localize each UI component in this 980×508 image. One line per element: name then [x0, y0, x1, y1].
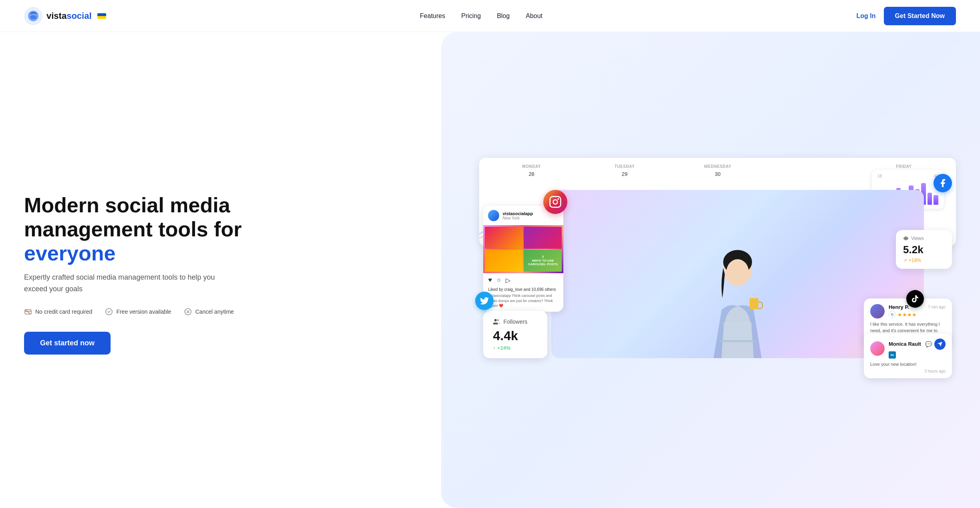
no-card-icon	[24, 308, 32, 316]
svg-point-13	[558, 198, 559, 200]
review-card-monica: Monica Rault 💬	[864, 334, 952, 379]
svg-rect-6	[724, 322, 752, 340]
send-icon	[937, 341, 943, 347]
badge-no-card: No credit card required	[24, 308, 92, 316]
views-count: 5.2k	[903, 244, 945, 256]
person-illustration	[690, 246, 786, 358]
svg-rect-7	[720, 340, 756, 342]
insta-avatar	[488, 210, 499, 221]
followers-change: ↑ +24%	[493, 345, 538, 351]
hero-highlight: everyone	[24, 242, 115, 265]
badge-free: Free version available	[105, 308, 171, 316]
hero-badges: No credit card required Free version ava…	[24, 308, 471, 316]
svg-point-12	[553, 200, 558, 204]
insta-like-icon: ♥	[488, 276, 492, 284]
insta-share-icon: ▷	[506, 276, 510, 284]
header-cta-button[interactable]: Get Started Now	[884, 7, 956, 25]
linkedin-badge: in	[889, 351, 896, 359]
review-stars: ★★★★	[897, 312, 917, 318]
main-nav: Features Pricing Blog About	[420, 12, 542, 20]
review-avatar-monica	[870, 341, 885, 356]
insta-image: 3WAYS TO USECAROUSEL POSTS	[483, 225, 563, 273]
nav-about[interactable]: About	[526, 12, 542, 20]
header-actions: Log In Get Started Now	[857, 7, 956, 25]
chat-icon: 💬	[925, 341, 932, 347]
views-card: Views 5.2k ↗ +18%	[896, 230, 952, 269]
logo-icon	[24, 7, 42, 25]
tiktok-bubble	[906, 290, 924, 308]
eye-icon	[903, 236, 909, 241]
svg-point-1	[30, 15, 36, 19]
nav-pricing[interactable]: Pricing	[461, 12, 481, 20]
followers-count: 4.4k	[493, 329, 538, 343]
review-time-monica: 3 hours ago	[870, 369, 946, 373]
cancel-icon	[184, 308, 192, 316]
hero-left: Modern social media management tools for…	[24, 194, 471, 355]
free-icon	[105, 308, 113, 316]
login-button[interactable]: Log In	[857, 12, 876, 20]
followers-card: Followers 4.4k ↑ +24%	[483, 311, 547, 358]
svg-rect-10	[750, 298, 758, 309]
facebook-bubble	[934, 174, 952, 192]
hero-cta-button[interactable]: Get started now	[24, 332, 111, 355]
svg-point-15	[905, 238, 907, 239]
header: vistasocial Features Pricing Blog About …	[0, 0, 980, 32]
insta-caption: vistasocialapp Think carousel posts and …	[483, 293, 563, 312]
logo[interactable]: vistasocial	[24, 7, 106, 25]
insta-likes: Liked by craig_love and 10,696 others	[483, 287, 563, 293]
svg-marker-17	[938, 342, 942, 347]
hero-subtitle: Expertly crafted social media management…	[24, 272, 232, 295]
svg-point-14	[494, 319, 497, 321]
review-avatar-henry	[870, 304, 885, 319]
insta-comment-icon: ○	[497, 276, 501, 284]
nav-blog[interactable]: Blog	[497, 12, 510, 20]
followers-icon	[493, 318, 500, 325]
svg-point-9	[726, 259, 749, 285]
hero-title: Modern social media management tools for…	[24, 194, 471, 265]
google-badge: G	[889, 311, 896, 318]
badge-cancel: Cancel anytime	[184, 308, 234, 316]
send-button-review[interactable]	[934, 339, 946, 350]
ukraine-flag	[97, 13, 106, 19]
svg-rect-11	[550, 197, 561, 208]
nav-features[interactable]: Features	[420, 12, 445, 20]
review-text-monica: Love your new location!	[870, 361, 946, 368]
views-change: ↗ +18%	[903, 258, 945, 263]
dashboard-illustration: MONDAY TUESDAY WEDNESDAY FRIDAY 28 29 30…	[471, 158, 956, 390]
instagram-post-card: vistasocialapp New York 3WAYS TO USECARO…	[483, 206, 563, 312]
hero-section: Modern social media management tools for…	[0, 32, 980, 508]
brand-name: vistasocial	[46, 11, 92, 21]
hero-right: MONDAY TUESDAY WEDNESDAY FRIDAY 28 29 30…	[471, 158, 956, 390]
